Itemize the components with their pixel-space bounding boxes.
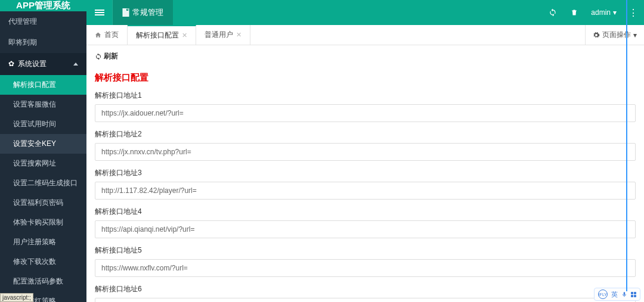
sidebar-sub-parse-config[interactable]: 解析接口配置 — [0, 75, 86, 95]
tab-home-label: 首页 — [104, 30, 119, 40]
parse-url-input-6[interactable] — [95, 298, 636, 302]
menu-icon — [95, 8, 104, 17]
main-area: 常规管理 admin ▾ ⋮ 首页 — [86, 0, 644, 302]
parse-url-input-1[interactable] — [95, 104, 636, 122]
gear-icon: ✿ — [8, 60, 14, 68]
parse-url-input-3[interactable] — [95, 182, 636, 200]
sidebar-section-system[interactable]: ✿系统设置 — [0, 53, 86, 75]
sidebar-section-label: 系统设置 — [18, 60, 47, 68]
tab-parse-config[interactable]: 解析接口配置 ✕ — [128, 25, 196, 45]
topbar-tab-general[interactable]: 常规管理 — [113, 0, 173, 25]
field-6: 解析接口地址6 — [95, 284, 636, 302]
field-5: 解析接口地址5 — [95, 245, 636, 277]
sidebar-sub-download-count[interactable]: 修改下载次数 — [0, 252, 86, 272]
selection-line — [626, 0, 627, 291]
ime-voice-icon[interactable] — [621, 291, 627, 298]
field-label: 解析接口地址5 — [95, 245, 636, 256]
chevron-up-icon — [73, 63, 78, 66]
field-label: 解析接口地址3 — [95, 168, 636, 178]
sidebar-sub-welfare-pwd[interactable]: 设置福利页密码 — [0, 193, 86, 213]
sidebar-item-expiring[interactable]: 即将到期 — [0, 32, 86, 53]
field-label: 解析接口地址1 — [95, 91, 636, 101]
sidebar-sub-wechat[interactable]: 设置客服微信 — [0, 95, 86, 114]
file-icon — [122, 8, 129, 17]
refresh-button[interactable] — [542, 0, 564, 25]
field-2: 解析接口地址2 — [95, 129, 636, 161]
topbar: 常规管理 admin ▾ ⋮ — [86, 0, 644, 25]
sidebar-sub-trial[interactable]: 设置试用时间 — [0, 114, 86, 134]
home-icon — [95, 32, 101, 38]
ime-lang-button[interactable]: 英 — [611, 290, 618, 299]
sidebar-sub-safekey[interactable]: 设置安全KEY — [0, 134, 86, 154]
parse-url-input-4[interactable] — [95, 220, 636, 238]
refresh-link[interactable]: 刷新 — [95, 51, 118, 61]
field-label: 解析接口地址4 — [95, 207, 636, 217]
sidebar-sub-qrcode[interactable]: 设置二维码生成接口 — [0, 173, 86, 193]
tab-normal-user[interactable]: 普通用户 ✕ — [196, 25, 250, 45]
topbar-tab-label: 常规管理 — [132, 7, 163, 18]
brand-title: APP管理系统 — [0, 0, 86, 11]
ime-grid-icon[interactable] — [631, 292, 636, 297]
parse-url-input-5[interactable] — [95, 259, 636, 277]
sidebar: APP管理系统 代理管理 即将到期 ✿系统设置 解析接口配置 设置客服微信 设置… — [0, 0, 86, 302]
sidebar-sub-register-policy[interactable]: 用户注册策略 — [0, 232, 86, 252]
tab-label: 普通用户 — [205, 30, 233, 40]
close-icon[interactable]: ✕ — [182, 32, 187, 39]
refresh-label: 刷新 — [104, 51, 118, 61]
page-operations-menu[interactable]: 页面操作 ▾ — [585, 25, 644, 45]
toggle-sidebar-button[interactable] — [86, 0, 113, 25]
refresh-icon — [95, 53, 102, 60]
more-icon: ⋮ — [628, 8, 638, 18]
chevron-down-icon: ▾ — [633, 31, 637, 39]
user-name: admin — [591, 8, 611, 17]
close-icon[interactable]: ✕ — [236, 31, 242, 39]
sidebar-sub-trial-limit[interactable]: 体验卡购买限制 — [0, 213, 86, 232]
delete-button[interactable] — [564, 0, 585, 25]
refresh-icon — [549, 8, 557, 17]
tab-home[interactable]: 首页 — [86, 25, 128, 45]
field-4: 解析接口地址4 — [95, 207, 636, 238]
gear-icon — [593, 32, 600, 39]
field-3: 解析接口地址3 — [95, 168, 636, 200]
sidebar-sub-activation-params[interactable]: 配置激活码参数 — [0, 272, 86, 291]
chevron-down-icon: ▾ — [613, 8, 617, 17]
sidebar-item-proxy[interactable]: 代理管理 — [0, 11, 86, 32]
field-label: 解析接口地址2 — [95, 129, 636, 139]
trash-icon — [571, 8, 578, 17]
field-1: 解析接口地址1 — [95, 91, 636, 122]
tab-label: 解析接口配置 — [136, 30, 179, 41]
section-title: 解析接口配置 — [95, 72, 636, 83]
user-menu[interactable]: admin ▾ — [585, 8, 623, 17]
ime-toolbar[interactable]: iFLY 英 — [594, 288, 640, 301]
sidebar-sub-search-url[interactable]: 设置搜索网址 — [0, 154, 86, 173]
ime-logo-icon[interactable]: iFLY — [598, 289, 608, 299]
tab-strip: 首页 解析接口配置 ✕ 普通用户 ✕ 页面操作 ▾ — [86, 25, 644, 45]
parse-url-input-2[interactable] — [95, 143, 636, 161]
field-label: 解析接口地址6 — [95, 284, 636, 294]
content-area: 刷新 解析接口配置 解析接口地址1 解析接口地址2 解析接口地址3 解析接口地址… — [86, 45, 644, 302]
browser-status-text: javascript:; — [0, 293, 33, 302]
